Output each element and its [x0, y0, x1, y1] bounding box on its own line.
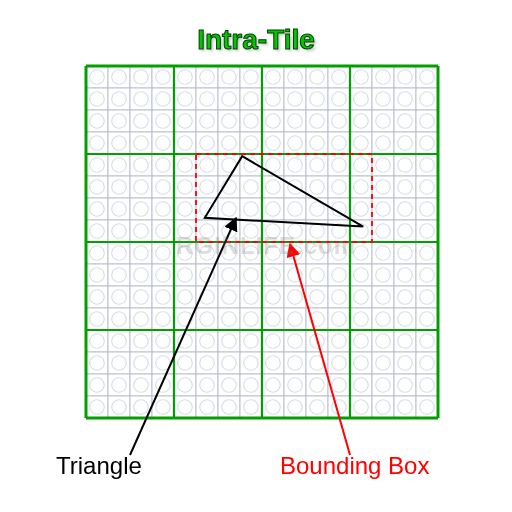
diagram-canvas — [0, 0, 512, 512]
bounding-box-label: Bounding Box — [280, 452, 429, 480]
intra-tile-label: Intra-Tile — [0, 24, 512, 56]
triangle-label: Triangle — [56, 452, 142, 480]
